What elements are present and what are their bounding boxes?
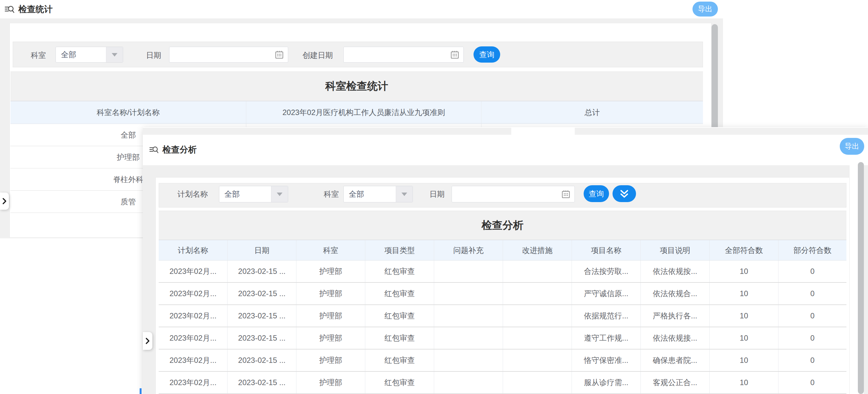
table-cell: 红包审查	[365, 305, 434, 327]
table-cell	[503, 260, 572, 282]
table-row[interactable]: 2023年02月...2023-02-15 ...护理部红包审查恪守保密准...…	[159, 349, 846, 372]
calendar-icon	[450, 50, 460, 59]
table-cell	[503, 283, 572, 304]
table-cell: 2023年02月...	[159, 283, 227, 304]
table-cell: 红包审查	[365, 349, 434, 371]
date-input[interactable]	[452, 186, 575, 202]
table-cell	[434, 283, 503, 304]
window2-export-button[interactable]: 导出	[840, 138, 864, 155]
table-cell	[503, 305, 572, 327]
table-cell: 2023年02月...	[159, 349, 227, 371]
table-cell	[503, 327, 572, 349]
table-cell: 服从诊疗需...	[572, 372, 641, 393]
window1-query-button[interactable]: 查询	[473, 47, 500, 63]
table-cell: 依据规范行...	[572, 305, 641, 327]
table-cell: 2023-02-15 ...	[227, 372, 297, 393]
plan-select-value: 全部	[219, 186, 271, 202]
column-header: 科室	[297, 240, 365, 260]
table-row[interactable]: 2023年02月...2023-02-15 ...护理部红包审查依据规范行...…	[159, 305, 846, 327]
plan-select[interactable]: 全部	[219, 186, 288, 202]
dept-select[interactable]: 全部	[56, 47, 123, 63]
table-cell: 2023-02-15 ...	[227, 283, 297, 304]
date-filter-label: 日期	[429, 189, 445, 199]
window1-filterbar: 科室 全部 日期 创建日期 查询	[13, 41, 703, 67]
table-cell: 2023-02-15 ...	[227, 305, 297, 327]
column-header: 总计	[482, 101, 703, 123]
column-header: 项目说明	[641, 240, 710, 260]
table-cell: 10	[710, 260, 778, 282]
dept-select[interactable]: 全部	[343, 186, 413, 202]
table-cell: 2023年02月...	[159, 327, 227, 349]
window1-title: 检查统计	[19, 3, 53, 15]
table-row[interactable]: 2023年02月...2023-02-15 ...护理部红包审查服从诊疗需...…	[159, 372, 846, 394]
table-cell: 0	[778, 283, 846, 304]
created-date-filter-label: 创建日期	[303, 50, 333, 60]
chevron-right-icon	[145, 337, 150, 345]
table-cell	[434, 260, 503, 282]
window-inspection-analysis: 检查分析 导出 计划名称 全部 科室 全部 日期 查询 检查分析	[143, 127, 868, 394]
window1-vertical-scrollbar[interactable]	[712, 24, 718, 131]
page: { "colors": { "accent_blue": "#1388ee", …	[0, 0, 868, 394]
table-cell: 10	[710, 305, 778, 327]
table-cell: 0	[778, 349, 846, 371]
window2-vertical-scrollbar[interactable]	[858, 162, 864, 394]
dept-select-value: 全部	[344, 186, 396, 202]
created-date-input[interactable]	[343, 47, 464, 63]
table-cell: 2023-02-15 ...	[227, 327, 297, 349]
table-cell: 10	[710, 372, 778, 393]
table-row[interactable]: 2023年02月...2023-02-15 ...护理部红包审查严守诚信原...…	[159, 283, 846, 305]
table-cell: 客观公正合...	[641, 372, 710, 393]
blue-tick	[140, 388, 142, 394]
table-cell: 遵守工作规...	[572, 327, 641, 349]
table-cell: 护理部	[297, 260, 365, 282]
calendar-icon	[275, 50, 284, 59]
table-cell	[434, 327, 503, 349]
table-cell: 0	[778, 327, 846, 349]
table-cell: 红包审查	[365, 260, 434, 282]
window2-filterbar: 计划名称 全部 科室 全部 日期 查询	[159, 183, 846, 207]
search-list-icon	[149, 145, 159, 154]
table-row[interactable]: 2023年02月...2023-02-15 ...护理部红包审查合法按劳取...…	[159, 260, 846, 283]
table-cell	[434, 372, 503, 393]
date-filter-label: 日期	[146, 50, 161, 60]
table-cell: 红包审查	[365, 283, 434, 304]
window2-table-header: 计划名称日期科室项目类型问题补充改进措施项目名称项目说明全部符合数部分符合数	[159, 240, 846, 260]
more-filters-button[interactable]	[613, 185, 636, 202]
table-cell	[434, 305, 503, 327]
window2-query-button[interactable]: 查询	[584, 185, 609, 202]
table-cell: 0	[778, 260, 846, 282]
window1-export-button[interactable]: 导出	[692, 2, 718, 17]
dept-filter-label: 科室	[31, 50, 46, 60]
table-cell: 10	[710, 327, 778, 349]
table-cell: 严格执行各...	[641, 305, 710, 327]
table-cell: 红包审查	[365, 372, 434, 393]
plan-filter-label: 计划名称	[178, 189, 208, 199]
table-cell: 依法依规合...	[641, 283, 710, 304]
search-list-icon	[4, 4, 14, 14]
table-cell	[434, 349, 503, 371]
window2-table-title: 检查分析	[159, 211, 846, 240]
table-cell: 依法依规按...	[641, 260, 710, 282]
date-input[interactable]	[169, 47, 288, 63]
table-cell: 0	[778, 305, 846, 327]
table-cell: 2023-02-15 ...	[227, 260, 297, 282]
window1-titlebar: 检查统计	[4, 3, 53, 15]
window1-table-header: 科室名称/计划名称2023年02月医疗机构工作人员廉洁从业九项准则总计	[10, 101, 703, 124]
column-header: 日期	[227, 240, 297, 260]
chevron-down-icon	[396, 186, 412, 202]
table-row[interactable]: 2023年02月...2023-02-15 ...护理部红包审查遵守工作规...…	[159, 327, 846, 349]
chevron-right-icon	[2, 197, 7, 205]
table-cell	[503, 349, 572, 371]
window2-top-scroll-track-left	[143, 128, 511, 135]
table-cell: 恪守保密准...	[572, 349, 641, 371]
window1-table-title: 科室检查统计	[10, 72, 703, 101]
window2-expand-handle[interactable]	[143, 332, 152, 350]
chevron-down-icon	[271, 186, 288, 202]
calendar-icon	[561, 189, 570, 199]
table-cell: 严守诚信原...	[572, 283, 641, 304]
window1-expand-handle[interactable]	[0, 193, 9, 210]
column-header: 项目名称	[572, 240, 641, 260]
table-cell: 2023年02月...	[159, 260, 227, 282]
dept-select-value: 全部	[56, 47, 106, 62]
table-cell	[503, 372, 572, 393]
